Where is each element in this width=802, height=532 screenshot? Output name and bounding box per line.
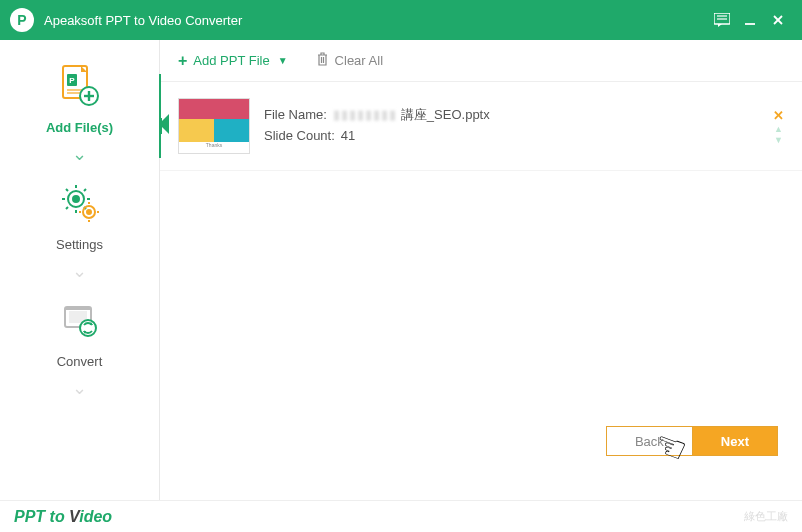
step-add-files[interactable]: P Add File(s) [46,58,113,135]
active-edge-highlight [159,74,161,158]
toolbar: + Add PPT File ▼ Clear All [160,40,802,82]
file-name-label: File Name: [264,107,327,122]
file-row-actions: ✕ ▲ ▼ [773,108,784,145]
brand-logo: PPT to Video [14,508,112,526]
main-area: P Add File(s) ⌄ [0,40,802,500]
dropdown-caret-icon: ▼ [278,55,288,66]
slide-count-value: 41 [341,128,355,143]
file-meta: File Name: ▮▮▮▮▮▮▮▮ 講座_SEO.pptx Slide Co… [264,106,784,147]
plus-icon: + [178,52,187,70]
next-button[interactable]: Next [692,426,778,456]
nav-buttons: Back Next [606,426,778,456]
step-label: Convert [57,354,103,369]
svg-point-17 [87,210,91,214]
title-bar: P Apeaksoft PPT to Video Converter [0,0,802,40]
footer: PPT to Video 綠色工廠 [0,500,802,532]
feedback-icon[interactable] [708,6,736,34]
back-button[interactable]: Back [606,426,692,456]
add-file-icon: P [51,58,107,114]
svg-rect-20 [65,307,91,310]
clear-all-label: Clear All [335,53,383,68]
file-name-redacted: ▮▮▮▮▮▮▮▮ [333,107,397,122]
slide-count-label: Slide Count: [264,128,335,143]
chevron-down-icon: ⌄ [72,143,87,165]
file-row[interactable]: ✓ Thanks File Name: ▮▮▮▮▮▮▮▮ 講座_SEO.pptx… [160,82,802,171]
trash-icon [316,52,329,69]
chevron-down-icon: ⌄ [72,260,87,282]
app-title: Apeaksoft PPT to Video Converter [44,13,708,28]
content-panel: + Add PPT File ▼ Clear All ✓ Thanks [160,40,802,500]
step-settings[interactable]: Settings [52,175,108,252]
file-name-suffix: 講座_SEO.pptx [401,106,490,124]
convert-icon [52,292,108,348]
step-convert[interactable]: Convert [52,292,108,369]
add-ppt-file-button[interactable]: + Add PPT File ▼ [178,52,288,70]
slide-thumbnail: Thanks [178,98,250,154]
watermark-text: 綠色工廠 [744,509,788,524]
settings-icon [52,175,108,231]
app-logo-icon: P [10,8,34,32]
chevron-down-icon: ⌄ [72,377,87,399]
clear-all-button[interactable]: Clear All [316,52,383,69]
step-label: Settings [56,237,103,252]
svg-point-15 [73,196,79,202]
move-up-icon[interactable]: ▲ [774,125,783,134]
step-label: Add File(s) [46,120,113,135]
close-button[interactable] [764,6,792,34]
remove-file-icon[interactable]: ✕ [773,108,784,123]
add-ppt-label: Add PPT File [193,53,269,68]
sidebar: P Add File(s) ⌄ [0,40,160,500]
svg-text:P: P [70,76,76,85]
move-down-icon[interactable]: ▼ [774,136,783,145]
minimize-button[interactable] [736,6,764,34]
